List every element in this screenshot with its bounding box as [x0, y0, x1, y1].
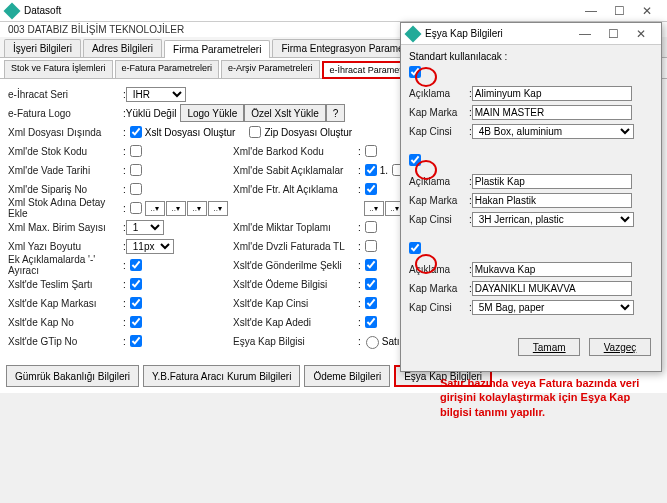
tab-adres[interactable]: Adres Bilgileri	[83, 39, 162, 57]
input-marka-3[interactable]	[472, 281, 632, 296]
select-cinsi-1[interactable]: 4B Box, aluminium	[472, 124, 634, 139]
input-aciklama-1[interactable]	[472, 86, 632, 101]
label-dvzli: Xml'de Dvzli Faturada TL	[233, 241, 358, 252]
ozel-xslt-button[interactable]: Özel Xslt Yükle	[244, 104, 326, 122]
alt-sel-1[interactable]: ..▾	[364, 201, 384, 216]
lbl-cinsi-2: Kap Cinsi	[409, 214, 469, 225]
cb-standart-3[interactable]	[409, 242, 421, 254]
dialog-icon	[405, 25, 422, 42]
cb-ek-acik[interactable]	[130, 259, 142, 271]
lbl-aciklama-1: Açıklama	[409, 88, 469, 99]
select-eihracat-seri[interactable]: IHR	[126, 87, 186, 102]
cb-gonderilme[interactable]	[365, 259, 377, 271]
label-kap-no: Xslt'de Kap No	[8, 317, 123, 328]
cb-ftr-alt[interactable]	[365, 183, 377, 195]
tab-isyeri[interactable]: İşyeri Bilgileri	[4, 39, 81, 57]
cb-kap-markasi[interactable]	[130, 297, 142, 309]
cb-stok-kodu[interactable]	[130, 145, 142, 157]
cb-vade[interactable]	[130, 164, 142, 176]
label-stok-adina: Xml Stok Adına Detay Ekle	[8, 197, 123, 219]
input-aciklama-2[interactable]	[472, 174, 632, 189]
close-button[interactable]: ✕	[633, 2, 661, 20]
cb-gtip[interactable]	[130, 335, 142, 347]
label-yazi-boyut: Xml Yazı Boyutu	[8, 241, 123, 252]
cb-dvzli[interactable]	[365, 240, 377, 252]
detay-sel-4[interactable]: ..▾	[208, 201, 228, 216]
lbl-aciklama-2: Açıklama	[409, 176, 469, 187]
odeme-button[interactable]: Ödeme Bilgileri	[304, 365, 390, 387]
gumruk-button[interactable]: Gümrük Bakanlığı Bilgileri	[6, 365, 139, 387]
app-title: Datasoft	[24, 5, 61, 16]
label-efatura-logo: e-Fatura Logo	[8, 108, 123, 119]
annotation-note: Satır bazında veya Fatura bazında veri g…	[440, 376, 650, 419]
lbl-aciklama-3: Açıklama	[409, 264, 469, 275]
cb-kap-adedi[interactable]	[365, 316, 377, 328]
tamam-button[interactable]: Tamam	[518, 338, 580, 356]
label-teslim: Xslt'de Teslim Şartı	[8, 279, 123, 290]
dialog-maximize-button[interactable]: ☐	[599, 25, 627, 43]
subtab-earsiv[interactable]: e-Arşiv Parametreleri	[221, 60, 320, 78]
cb-odeme-bilgisi[interactable]	[365, 278, 377, 290]
label-max-birim: Xml Max. Birim Sayısı	[8, 222, 123, 233]
lbl-cinsi-3: Kap Cinsi	[409, 302, 469, 313]
cb-standart-1[interactable]	[409, 66, 421, 78]
label-ftr-alt: Xml'de Ftr. Alt Açıklama	[233, 184, 358, 195]
radio-satir-bazinda[interactable]	[366, 336, 379, 349]
lbl-marka-2: Kap Marka	[409, 195, 469, 206]
input-aciklama-3[interactable]	[472, 262, 632, 277]
label-vade: Xml'de Vade Tarihi	[8, 165, 123, 176]
help-button[interactable]: ?	[326, 104, 346, 122]
cb-siparis[interactable]	[130, 183, 142, 195]
label-zip-olustur: Zip Dosyası Oluştur	[264, 127, 352, 138]
input-marka-2[interactable]	[472, 193, 632, 208]
dialog-title: Eşya Kap Bilgileri	[425, 28, 503, 39]
cb-standart-2[interactable]	[409, 154, 421, 166]
detay-sel-1[interactable]: ..▾	[145, 201, 165, 216]
logo-status: Yüklü Değil	[126, 108, 177, 119]
cb-zip-olustur[interactable]	[249, 126, 261, 138]
cb-teslim[interactable]	[130, 278, 142, 290]
cb-kap-no[interactable]	[130, 316, 142, 328]
label-odeme-bilgisi: Xslt'de Ödeme Bilgisi	[233, 279, 358, 290]
input-marka-1[interactable]	[472, 105, 632, 120]
label-kap-adedi: Xslt'de Kap Adedi	[233, 317, 358, 328]
label-kap-markasi: Xslt'de Kap Markası	[8, 298, 123, 309]
dialog-minimize-button[interactable]: —	[571, 25, 599, 43]
maximize-button[interactable]: ☐	[605, 2, 633, 20]
label-gtip: Xslt'de GTip No	[8, 336, 123, 347]
label-sabit-acik: Xml'de Sabit Açıklamalar	[233, 165, 358, 176]
label-siparis: Xml'de Sipariş No	[8, 184, 123, 195]
dialog-close-button[interactable]: ✕	[627, 25, 655, 43]
label-eihracat-seri: e-İhracat Seri	[8, 89, 123, 100]
lbl-cinsi-1: Kap Cinsi	[409, 126, 469, 137]
lbl-marka-3: Kap Marka	[409, 283, 469, 294]
select-cinsi-2[interactable]: 3H Jerrican, plastic	[472, 212, 634, 227]
label-stok-kodu: Xml'de Stok Kodu	[8, 146, 123, 157]
logo-yukle-button[interactable]: Logo Yükle	[180, 104, 244, 122]
cb-sabit-1[interactable]	[365, 164, 377, 176]
label-barkod: Xml'de Barkod Kodu	[233, 146, 358, 157]
subtab-stok-fatura[interactable]: Stok ve Fatura İşlemleri	[4, 60, 113, 78]
select-yazi-boyut[interactable]: 11px	[126, 239, 174, 254]
subtab-efatura[interactable]: e-Fatura Parametreleri	[115, 60, 220, 78]
select-cinsi-3[interactable]: 5M Bag, paper	[472, 300, 634, 315]
ybfatura-button[interactable]: Y.B.Fatura Aracı Kurum Bilgileri	[143, 365, 300, 387]
minimize-button[interactable]: —	[577, 2, 605, 20]
label-xml-dosya: Xml Dosyası Dışında	[8, 127, 123, 138]
label-ek-acik: Ek Açıklamalarda '-' Ayıracı	[8, 254, 123, 276]
lbl-1: 1.	[380, 165, 388, 176]
detay-sel-2[interactable]: ..▾	[166, 201, 186, 216]
cb-kap-cinsi[interactable]	[365, 297, 377, 309]
cb-stok-adina[interactable]	[130, 202, 142, 214]
cb-barkod[interactable]	[365, 145, 377, 157]
label-xslt-olustur: Xslt Dosyası Oluştur	[145, 127, 236, 138]
vazgec-button[interactable]: Vazgeç	[589, 338, 651, 356]
label-gonderilme: Xslt'de Gönderilme Şekli	[233, 260, 358, 271]
detay-sel-3[interactable]: ..▾	[187, 201, 207, 216]
select-max-birim[interactable]: 1	[126, 220, 164, 235]
cb-xslt-olustur[interactable]	[130, 126, 142, 138]
label-miktar-top: Xml'de Miktar Toplamı	[233, 222, 358, 233]
tab-firma-parametreleri[interactable]: Firma Parametreleri	[164, 40, 270, 58]
cb-miktar-top[interactable]	[365, 221, 377, 233]
app-icon	[4, 2, 21, 19]
